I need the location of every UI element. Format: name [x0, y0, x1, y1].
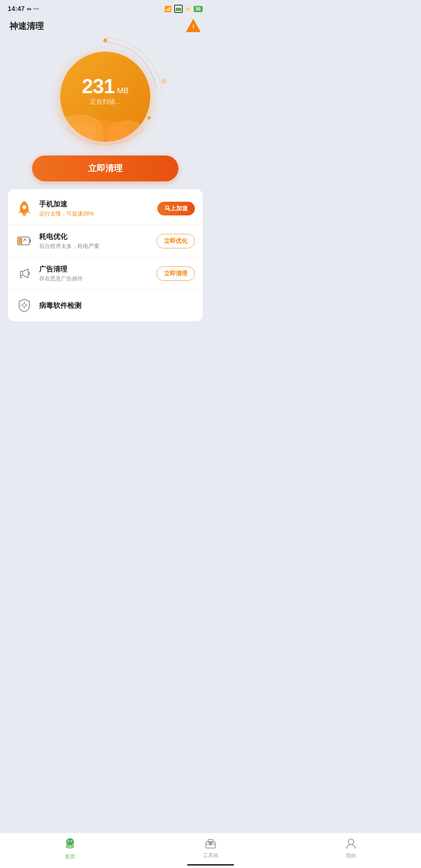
ad-clean-button[interactable]: 立即清理	[157, 266, 195, 281]
battery-optimize-item: 耗电优化 后台程序太多，耗电严重 立即优化	[8, 225, 203, 257]
feature-card: 手机加速 运行太慢，可提速28% 马上加速	[8, 189, 203, 321]
svg-point-0	[103, 38, 107, 42]
bolt-icon: ⚡	[185, 6, 191, 12]
scanner-container: 231 MB 正在扫描...	[8, 42, 203, 152]
status-bar: 14:47 ∞ ··· 📶 ⚡ 56	[0, 0, 210, 16]
ad-clean-subtitle: 存在恶意广告插件	[39, 275, 150, 282]
svg-point-3	[22, 205, 26, 209]
ad-clean-title: 广告清理	[39, 264, 150, 274]
scanner-orbit: 231 MB 正在扫描...	[50, 42, 160, 152]
alert-icon[interactable]: !	[185, 18, 201, 34]
virus-detect-text: 病毒软件检测	[39, 301, 162, 310]
svg-point-2	[161, 78, 167, 84]
boost-button[interactable]: 马上加速	[157, 202, 195, 215]
battery-low-icon	[16, 232, 33, 250]
svg-point-10	[23, 304, 26, 307]
wifi-icon: 📶	[164, 5, 172, 13]
battery-optimize-subtitle: 后台程序太多，耗电严重	[39, 243, 150, 250]
phone-boost-subtitle: 运行太慢，可提速28%	[39, 210, 151, 217]
phone-boost-text: 手机加速 运行太慢，可提速28%	[39, 199, 151, 217]
virus-detect-item: 病毒软件检测 扫描	[8, 290, 203, 318]
ad-clean-item: 广告清理 存在恶意广告插件 立即清理	[8, 257, 203, 290]
rocket-icon	[16, 200, 33, 217]
megaphone-icon	[16, 265, 33, 282]
main-circle: 231 MB 正在扫描...	[60, 52, 150, 142]
ad-clean-text: 广告清理 存在恶意广告插件	[39, 264, 150, 282]
scan-status: 正在扫描...	[90, 98, 120, 106]
battery-optimize-title: 耗电优化	[39, 232, 150, 241]
clean-button[interactable]: 立即清理	[32, 156, 178, 181]
phone-boost-item: 手机加速 运行太慢，可提速28% 马上加速	[8, 192, 203, 225]
battery-level: 56	[194, 6, 203, 12]
virus-detect-title: 病毒软件检测	[39, 301, 162, 310]
phone-boost-title: 手机加速	[39, 199, 151, 209]
optimize-button[interactable]: 立即优化	[157, 234, 195, 248]
header: 神速清理 !	[0, 16, 210, 38]
status-time: 14:47 ∞ ···	[8, 5, 39, 13]
shield-icon	[16, 297, 33, 314]
battery-icon	[174, 5, 183, 13]
scan-unit: MB	[117, 86, 129, 95]
svg-rect-5	[29, 239, 31, 242]
status-right: 📶 ⚡ 56	[164, 5, 203, 13]
battery-optimize-text: 耗电优化 后台程序太多，耗电严重	[39, 232, 150, 250]
svg-rect-6	[18, 238, 22, 244]
page-title: 神速清理	[9, 20, 44, 32]
scan-size: 231	[82, 76, 115, 96]
main-area: 231 MB 正在扫描...	[0, 38, 210, 329]
